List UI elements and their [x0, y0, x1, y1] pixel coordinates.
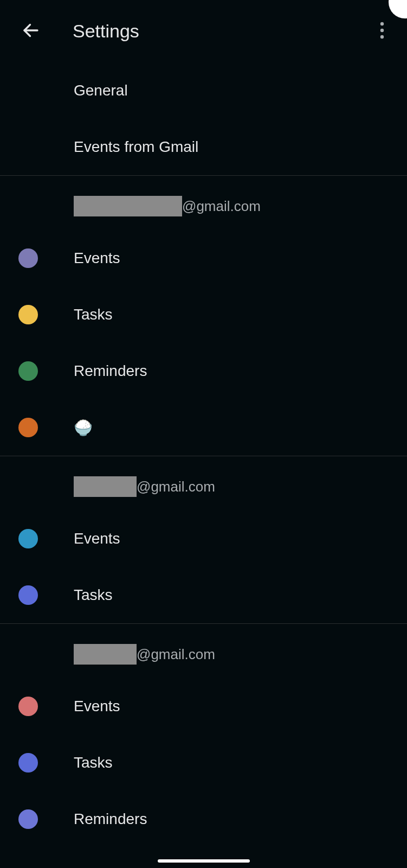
calendar-item-label: Events: [74, 698, 120, 715]
account-header: @gmail.com: [0, 624, 407, 678]
redacted-block: [74, 196, 182, 216]
back-button[interactable]: [15, 16, 47, 47]
calendar-item[interactable]: Reminders: [0, 343, 407, 399]
calendar-item[interactable]: Events: [0, 230, 407, 286]
calendar-item-label: 🍚: [74, 419, 93, 437]
calendar-color-dot: [18, 248, 38, 268]
calendar-color-dot: [18, 809, 38, 829]
calendar-color-dot: [18, 753, 38, 773]
calendar-item-label: Events: [74, 530, 120, 547]
app-header: Settings: [0, 0, 407, 62]
account-header: @gmail.com: [0, 176, 407, 230]
calendar-item[interactable]: 🍚: [0, 399, 407, 456]
calendar-item-label: Reminders: [74, 362, 147, 380]
calendar-color-dot: [18, 361, 38, 381]
calendar-color-dot: [18, 305, 38, 324]
calendar-item[interactable]: Events: [0, 678, 407, 735]
calendar-item[interactable]: Tasks: [0, 567, 407, 623]
settings-item-label: Events from Gmail: [74, 138, 198, 156]
arrow-left-icon: [21, 21, 41, 42]
calendar-item-label: Reminders: [74, 810, 147, 828]
calendar-item-label: Tasks: [74, 586, 113, 604]
more-vert-icon: [380, 22, 384, 41]
redacted-block: [74, 644, 137, 665]
settings-item-label: General: [74, 82, 128, 99]
calendar-item[interactable]: Reminders: [0, 791, 407, 847]
calendar-item-label: Tasks: [74, 306, 113, 323]
calendar-color-dot: [18, 418, 38, 437]
settings-item-general[interactable]: General: [0, 62, 407, 119]
redacted-block: [74, 476, 137, 497]
account-header: @gmail.com: [0, 456, 407, 510]
calendar-item[interactable]: Events: [0, 510, 407, 567]
calendar-color-dot: [18, 697, 38, 716]
calendar-item-label: Events: [74, 250, 120, 267]
account-email-suffix: @gmail.com: [182, 198, 261, 215]
home-indicator: [158, 859, 250, 863]
calendar-item-label: Tasks: [74, 754, 113, 771]
calendar-color-dot: [18, 585, 38, 605]
svg-point-2: [380, 28, 384, 31]
account-email-suffix: @gmail.com: [137, 478, 215, 495]
settings-item-events-from-gmail[interactable]: Events from Gmail: [0, 119, 407, 175]
svg-point-3: [380, 35, 384, 38]
calendar-color-dot: [18, 529, 38, 548]
svg-point-1: [380, 22, 384, 25]
overflow-menu-button[interactable]: [369, 18, 395, 44]
calendar-item[interactable]: Tasks: [0, 735, 407, 791]
page-title: Settings: [73, 21, 369, 42]
calendar-item[interactable]: Tasks: [0, 286, 407, 343]
account-email-suffix: @gmail.com: [137, 646, 215, 663]
